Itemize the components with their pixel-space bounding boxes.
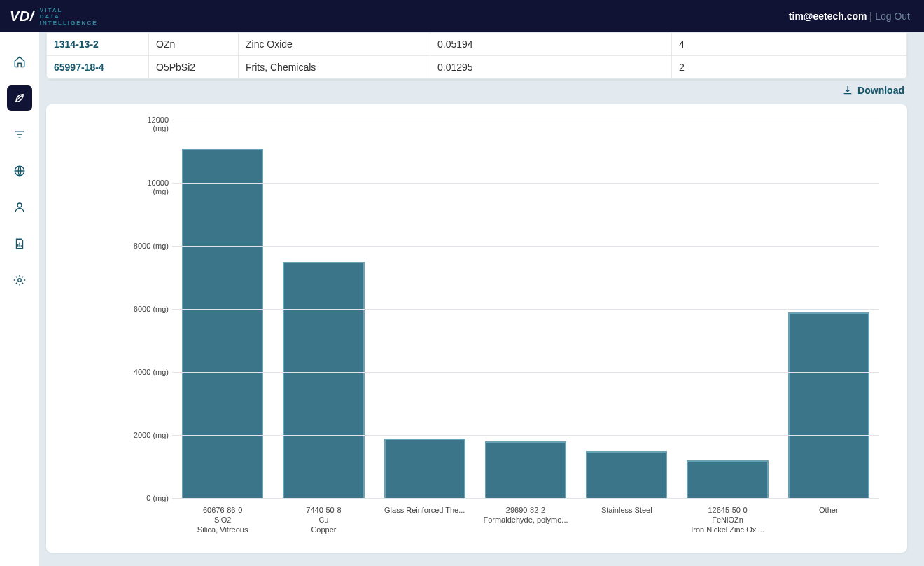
home-icon [13,55,26,68]
x-tick-label: Glass Reinforced The... [374,505,475,534]
y-tick-label: 12000 (mg) [130,116,169,132]
y-tick-label: 8000 (mg) [130,242,169,250]
sidebar [0,32,39,566]
y-tick-label: 4000 (mg) [130,368,169,376]
gear-icon [13,274,26,287]
gridline [172,309,879,310]
weight-cell: 0.01295 [430,56,672,79]
bar[interactable] [687,460,768,498]
chart-area: 0 (mg)2000 (mg)4000 (mg)6000 (mg)8000 (m… [172,120,879,498]
sidebar-user[interactable] [7,195,32,220]
current-user-email: tim@eetech.com [789,11,867,22]
logout-link[interactable]: Log Out [875,11,910,22]
cas-cell[interactable]: 1314-13-2 [47,33,149,56]
globe-icon [13,165,26,177]
formula-cell: O5PbSi2 [149,56,239,79]
gridline [172,120,879,120]
x-tick-label: 7440-50-8 Cu Copper [273,505,374,534]
table-row[interactable]: 1314-13-2OZnZinc Oxide0.051944 [47,33,907,56]
substance-table: 1314-13-2OZnZinc Oxide0.05194465997-18-4… [46,32,907,79]
table-row[interactable]: 65997-18-4O5PbSi2Frits, Chemicals0.01295… [47,56,907,79]
gridline [172,246,879,247]
svg-point-2 [18,279,22,282]
sidebar-report[interactable] [7,231,32,256]
x-tick-label: Stainless Steel [576,505,677,534]
sidebar-globe[interactable] [7,158,32,184]
download-icon [842,85,853,96]
formula-cell: OZn [149,33,239,56]
y-tick-label: 6000 (mg) [130,305,169,313]
bar[interactable] [384,439,465,499]
svg-point-1 [18,203,22,207]
user-separator: | [867,11,876,22]
name-cell: Frits, Chemicals [239,56,430,79]
x-tick-label: 29690-82-2 Formaldehyde, polyme... [475,505,576,534]
gridline [172,183,879,184]
bar[interactable] [283,262,364,499]
user-icon [13,201,26,214]
gridline [172,372,879,373]
sidebar-home[interactable] [7,49,32,74]
y-tick-label: 0 (mg) [130,494,169,502]
x-tick-label: 12645-50-0 FeNiOZn Iron Nickel Zinc Oxi.… [677,505,778,534]
sidebar-settings[interactable] [7,268,32,293]
logo-subtitle: VITAL DATA INTELLIGENCE [40,7,98,26]
logo-mark: VD/ [10,8,34,25]
leaf-icon [13,92,26,104]
filter-icon [13,128,26,141]
gridline [172,435,879,436]
cas-cell[interactable]: 65997-18-4 [47,56,149,79]
count-cell: 2 [672,56,907,79]
bar[interactable] [182,149,263,499]
sidebar-filter[interactable] [7,122,32,147]
sidebar-environment[interactable] [7,85,32,111]
x-tick-label: 60676-86-0 SiO2 Silica, Vitreous [172,505,273,534]
name-cell: Zinc Oxide [239,33,430,56]
logo: VD/ VITAL DATA INTELLIGENCE [10,7,98,26]
bar[interactable] [586,451,667,499]
x-axis-labels: 60676-86-0 SiO2 Silica, Vitreous7440-50-… [172,505,879,534]
gridline [172,498,879,499]
substance-table-card: 1314-13-2OZnZinc Oxide0.05194465997-18-4… [46,32,907,79]
weight-cell: 0.05194 [430,33,672,56]
download-label: Download [858,85,904,96]
bar[interactable] [788,312,869,499]
bar[interactable] [485,441,566,498]
file-icon [13,237,26,250]
y-tick-label: 10000 (mg) [130,179,169,195]
download-button[interactable]: Download [46,79,907,104]
main-content: 1314-13-2OZnZinc Oxide0.05194465997-18-4… [39,32,914,566]
count-cell: 4 [672,33,907,56]
x-tick-label: Other [778,505,879,534]
y-tick-label: 2000 (mg) [130,431,169,439]
top-bar: VD/ VITAL DATA INTELLIGENCE tim@eetech.c… [0,0,924,32]
chart-card: Total Substance Weight (mg) 0 (mg)2000 (… [46,104,907,553]
